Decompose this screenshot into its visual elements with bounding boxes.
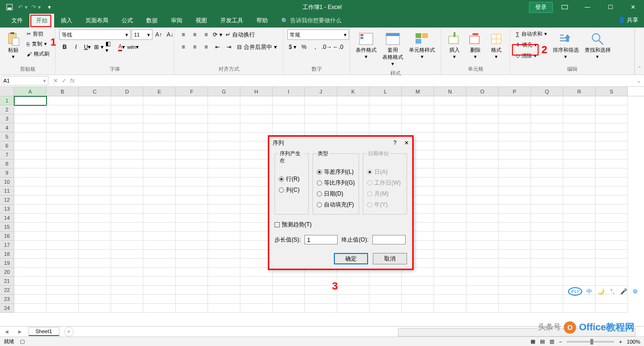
clear-button[interactable]: ◇ 清除 ▾	[514, 51, 549, 60]
cell[interactable]	[176, 196, 208, 205]
cell[interactable]	[79, 114, 111, 123]
cell[interactable]	[208, 132, 240, 141]
cell[interactable]	[240, 132, 273, 141]
cell[interactable]	[499, 196, 531, 205]
cell[interactable]	[531, 178, 563, 187]
cell[interactable]	[499, 187, 531, 196]
cell[interactable]	[531, 205, 563, 214]
cell[interactable]	[208, 96, 240, 105]
cell[interactable]	[143, 105, 176, 114]
cell[interactable]	[596, 150, 628, 159]
cell[interactable]	[596, 250, 628, 259]
close-icon[interactable]: ✕	[404, 140, 409, 146]
cell[interactable]	[240, 105, 273, 114]
cell[interactable]	[337, 114, 369, 123]
col-header[interactable]: K	[337, 87, 369, 96]
cell[interactable]	[563, 232, 596, 241]
col-header[interactable]: H	[240, 87, 273, 96]
cell[interactable]	[143, 286, 176, 295]
cell[interactable]	[111, 141, 143, 150]
cell[interactable]	[143, 295, 176, 304]
cell[interactable]	[273, 304, 305, 313]
cell[interactable]	[47, 250, 79, 259]
cell[interactable]	[596, 277, 628, 286]
cell[interactable]	[466, 214, 499, 223]
cell[interactable]	[466, 96, 499, 105]
cell[interactable]	[596, 196, 628, 205]
cell[interactable]	[402, 304, 434, 313]
cell[interactable]	[531, 295, 563, 304]
cell[interactable]	[14, 232, 47, 241]
increase-font-icon[interactable]: A↑	[153, 29, 164, 40]
cell[interactable]	[369, 286, 402, 295]
cell[interactable]	[176, 105, 208, 114]
cell[interactable]	[531, 159, 563, 168]
cell[interactable]	[337, 286, 369, 295]
cell[interactable]	[305, 96, 337, 105]
cell[interactable]	[143, 232, 176, 241]
cell[interactable]	[111, 132, 143, 141]
cell[interactable]	[111, 241, 143, 250]
cell[interactable]	[14, 96, 47, 105]
tab-review[interactable]: 审阅	[164, 14, 189, 28]
cell[interactable]	[79, 286, 111, 295]
cell[interactable]	[337, 123, 369, 132]
cell[interactable]	[499, 304, 531, 313]
font-name-combo[interactable]: 等线▾	[59, 29, 131, 40]
col-header[interactable]: G	[208, 87, 240, 96]
cell[interactable]	[369, 105, 402, 114]
zoom-level[interactable]: 100%	[627, 339, 640, 345]
cell[interactable]	[596, 105, 628, 114]
login-button[interactable]: 登录	[529, 2, 553, 13]
indent-decrease-icon[interactable]: ⇤	[212, 42, 223, 52]
decrease-font-icon[interactable]: A↓	[165, 29, 175, 40]
comma-icon[interactable]: ,	[310, 42, 321, 52]
tell-me[interactable]: 🔍 告诉我你想要做什么	[275, 14, 348, 28]
stop-value-input[interactable]	[372, 235, 406, 244]
align-center-icon[interactable]: ≡	[189, 42, 200, 52]
cell[interactable]	[499, 159, 531, 168]
delete-cells-button[interactable]: 删除▾	[466, 29, 485, 62]
maximize-icon[interactable]: ☐	[599, 0, 621, 14]
cell[interactable]	[47, 187, 79, 196]
cell[interactable]	[111, 168, 143, 178]
cell[interactable]	[79, 268, 111, 277]
cell[interactable]	[434, 259, 466, 268]
ime-mic-icon[interactable]: 🎤	[619, 287, 628, 296]
cell[interactable]	[208, 187, 240, 196]
cell[interactable]	[531, 268, 563, 277]
cell[interactable]	[208, 277, 240, 286]
cell[interactable]	[499, 168, 531, 178]
sheet-tab[interactable]: Sheet1	[28, 327, 59, 336]
cell[interactable]	[563, 141, 596, 150]
cell[interactable]	[499, 232, 531, 241]
cell[interactable]	[596, 159, 628, 168]
view-break-icon[interactable]: ▥	[549, 338, 554, 345]
col-header[interactable]: O	[466, 87, 499, 96]
cell[interactable]	[531, 196, 563, 205]
cell[interactable]	[402, 114, 434, 123]
cell[interactable]	[143, 114, 176, 123]
col-header[interactable]: F	[176, 87, 208, 96]
cell[interactable]	[434, 277, 466, 286]
cell[interactable]	[563, 250, 596, 259]
cell[interactable]	[79, 132, 111, 141]
cell[interactable]	[79, 196, 111, 205]
cell[interactable]	[499, 114, 531, 123]
cell[interactable]	[499, 141, 531, 150]
save-icon[interactable]	[5, 2, 14, 12]
tab-help[interactable]: 帮助	[250, 14, 275, 28]
cell[interactable]	[143, 241, 176, 250]
cell[interactable]	[176, 277, 208, 286]
cell[interactable]	[143, 223, 176, 232]
tab-layout[interactable]: 页面布局	[79, 14, 115, 28]
cell[interactable]	[208, 223, 240, 232]
cell[interactable]	[434, 132, 466, 141]
cell[interactable]	[47, 114, 79, 123]
cell[interactable]	[499, 295, 531, 304]
cell[interactable]	[563, 187, 596, 196]
minimize-icon[interactable]: —	[577, 0, 598, 14]
cell[interactable]	[47, 268, 79, 277]
cell[interactable]	[305, 114, 337, 123]
tab-insert[interactable]: 插入	[54, 14, 79, 28]
